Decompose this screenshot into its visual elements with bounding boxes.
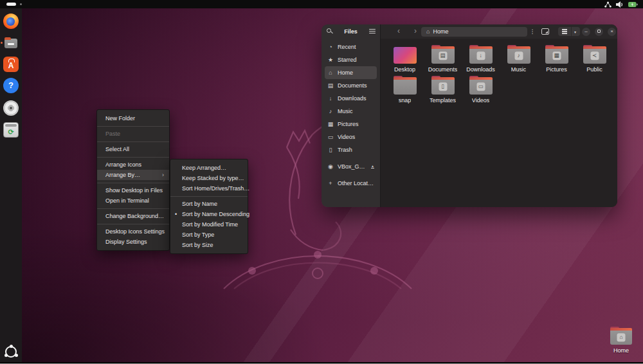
sidebar-item[interactable]: ★ Starred — [325, 53, 377, 66]
folder-emblem-icon: ≺ — [590, 51, 599, 60]
sidebar-item-label: Home — [338, 69, 374, 76]
folder-item[interactable]: Desktop — [386, 45, 424, 76]
list-view-icon — [562, 31, 567, 32]
menu-item[interactable]: • Change Background… › — [97, 211, 169, 221]
sidebar-item-label: Pictures — [338, 121, 374, 127]
menu-item[interactable]: • Arrange By… › — [97, 170, 169, 180]
menu-item[interactable]: • Paste › — [97, 129, 169, 139]
sidebar-item[interactable]: ▯ Trash — [325, 143, 377, 156]
submenu-item[interactable]: • Sort by Name › — [170, 199, 248, 209]
folder-icon: ↓ — [469, 47, 493, 64]
maximize-button[interactable] — [595, 28, 603, 36]
dock-item[interactable] — [3, 14, 19, 29]
menu-item-label: Display Settings — [105, 239, 147, 245]
submenu-item[interactable]: • Sort by Name Descending › — [170, 209, 248, 219]
sidebar-item[interactable]: ▤ Documents — [325, 79, 377, 92]
dock-item[interactable] — [3, 100, 19, 116]
sidebar-item[interactable]: + Other Locations — [325, 177, 377, 190]
sidebar-item[interactable]: ◔ Recent — [325, 41, 377, 53]
back-button[interactable]: ‹ — [394, 24, 403, 39]
sidebar-item[interactable]: ♪ Music — [325, 105, 377, 118]
menu-item-label: Arrange Icons — [105, 161, 141, 168]
submenu-item-label: Sort Home/Drives/Trash… — [182, 185, 249, 192]
hamburger-icon — [369, 29, 376, 30]
system-status-area[interactable] — [604, 0, 638, 8]
sidebar-header: Files — [322, 24, 380, 39]
folder-item[interactable]: ▦ Pictures — [538, 45, 575, 76]
files-header-bar: ‹ › ⌂ Home ⋮ ▾ – × — [381, 24, 617, 39]
dock-item[interactable] — [3, 35, 19, 51]
folder-grid: Desktop ▤ Documents ↓ Downloads — [381, 39, 617, 207]
app-menu-button[interactable] — [369, 29, 376, 35]
path-options-button[interactable]: ⋮ — [529, 26, 536, 37]
submenu-item-label: Keep Arranged… — [182, 165, 226, 171]
menu-item-label: Select All — [105, 146, 129, 152]
menu-item[interactable]: • Desktop Icons Settings › — [97, 226, 169, 237]
dock-item[interactable]: ? — [3, 78, 19, 93]
submenu-item[interactable]: • Keep Arranged… › — [170, 163, 248, 173]
dock-item[interactable]: ⟳ — [3, 122, 19, 138]
dock-item[interactable]: A — [3, 57, 19, 72]
submenu-item-label: Sort by Type — [182, 232, 214, 238]
sidebar-item[interactable]: ▭ Videos — [325, 131, 377, 143]
sidebar-item-icon: ▭ — [327, 134, 334, 140]
menu-item[interactable]: • Open in Terminal › — [97, 196, 169, 206]
sidebar-item[interactable]: ↓ Downloads — [325, 92, 377, 105]
desktop-home-icon[interactable]: ⌂ Home — [604, 327, 638, 354]
submenu-item-label: Sort by Name Descending — [182, 211, 249, 217]
sidebar-item-icon: + — [327, 180, 334, 187]
maximize-icon — [597, 30, 601, 33]
minimize-button[interactable]: – — [582, 28, 590, 36]
menu-item-label: Change Background… — [105, 213, 164, 219]
folder-emblem-icon: ▤ — [439, 51, 447, 60]
sidebar-item-label: Starred — [338, 57, 374, 63]
folder-label: Desktop — [394, 66, 415, 73]
submenu-item[interactable]: • Sort by Type › — [170, 230, 248, 240]
sidebar-item[interactable]: ▦ Pictures — [325, 118, 377, 131]
top-bar — [0, 0, 643, 8]
submenu-item[interactable]: • Sort by Modified Time › — [170, 219, 248, 230]
folder-item[interactable]: ♪ Music — [500, 45, 538, 76]
submenu-item[interactable]: • Keep Stacked by type… › — [170, 173, 248, 183]
folder-label: snap — [399, 97, 412, 104]
folder-icon: ▯ — [431, 78, 455, 95]
folder-item[interactable]: ↓ Downloads — [462, 45, 500, 76]
folder-icon: ▭ — [469, 78, 493, 95]
menu-item[interactable]: • Arrange Icons › — [97, 159, 169, 170]
dock-icon-glyph — [10, 350, 13, 354]
folder-emblem-icon: ▭ — [476, 82, 485, 91]
folder-item[interactable]: ≺ Public — [575, 45, 613, 76]
new-tab-button[interactable] — [541, 28, 549, 35]
folder-label: Videos — [472, 97, 489, 104]
menu-item-label: Open in Terminal — [105, 197, 149, 204]
folder-item[interactable]: ▭ Videos — [462, 76, 500, 107]
path-bar[interactable]: ⌂ Home — [421, 27, 527, 37]
menu-item[interactable]: • Show Desktop in Files › — [97, 185, 169, 196]
menu-item-label: New Folder — [105, 115, 135, 122]
folder-item[interactable]: ▤ Documents — [424, 45, 462, 76]
menu-item[interactable]: • Display Settings › — [97, 237, 169, 247]
eject-icon[interactable]: ▲ — [371, 165, 374, 168]
forward-button[interactable]: › — [411, 24, 420, 39]
folder-icon: ▦ — [545, 47, 568, 64]
submenu-item[interactable]: • Sort by Size › — [170, 240, 248, 250]
menu-item[interactable]: • Select All › — [97, 144, 169, 154]
activities-indicator[interactable] — [6, 3, 16, 6]
submenu-item[interactable]: • Sort Home/Drives/Trash… › — [170, 183, 248, 194]
dock-icon-glyph: ? — [8, 80, 14, 90]
desktop-context-menu: • New Folder › • Paste › • Select All › … — [96, 109, 170, 251]
folder-icon: ▤ — [431, 47, 455, 64]
menu-item[interactable]: • New Folder › — [97, 113, 169, 123]
close-button[interactable]: × — [608, 28, 616, 36]
view-toggle-button[interactable]: ▾ — [558, 27, 580, 36]
folder-item[interactable]: snap — [386, 76, 424, 107]
dock-item[interactable] — [3, 344, 19, 359]
dock: A ? ⟳ — [0, 8, 22, 362]
sidebar-item[interactable]: ⌂ Home — [325, 66, 377, 79]
files-window: Files ◔ Recent ★ Starred — [322, 24, 617, 207]
submenu-item-label: Sort by Name — [182, 201, 217, 207]
workspace-dot — [20, 3, 22, 5]
sidebar-item[interactable]: ◉ VBox_GAs… ▲ — [325, 160, 377, 173]
folder-item[interactable]: ▯ Templates — [424, 76, 462, 107]
sidebar-item-label: Videos — [338, 134, 374, 140]
